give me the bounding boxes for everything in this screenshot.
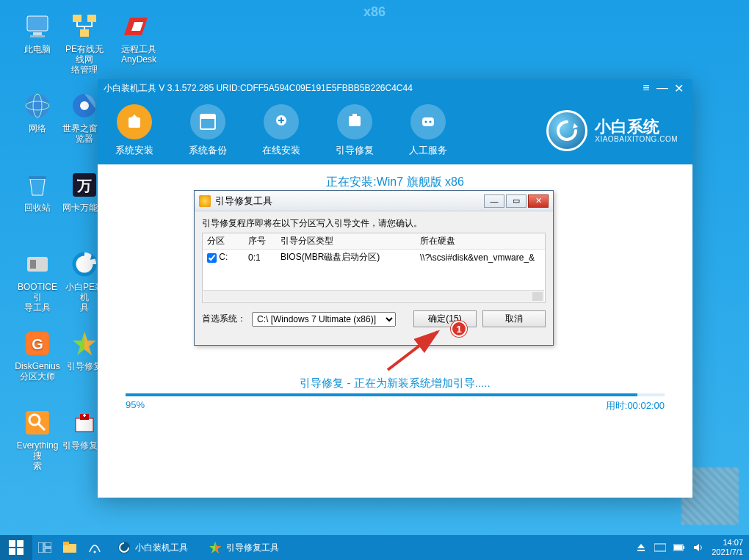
cancel-button[interactable]: 取消 [482, 310, 546, 327]
brand-logo-icon [546, 110, 587, 151]
system-tray[interactable]: 14:07 2021/7/1 [635, 538, 749, 557]
svg-rect-48 [38, 542, 43, 553]
progress-bar [126, 393, 665, 396]
pref-system-label: 首选系统： [202, 313, 246, 325]
brand-subtitle: XIAOBAIXITONG.COM [595, 135, 678, 143]
desktop-icon-bin[interactable]: 回收站 [15, 170, 60, 213]
desktop-icon-everything[interactable]: Everything搜索 [15, 408, 60, 471]
tab-2[interactable]: 在线安装 [252, 104, 311, 157]
svg-rect-62 [683, 546, 684, 549]
svg-rect-63 [674, 545, 682, 550]
svg-text:G: G [32, 336, 43, 352]
brand: 小白系统 XIAOBAIXITONG.COM [546, 110, 678, 151]
tray-keyboard-icon[interactable] [654, 542, 666, 553]
tab-1[interactable]: 系统备份 [178, 104, 237, 157]
tray-eject-icon[interactable] [635, 542, 647, 553]
boot-repair-dialog: 引导修复工具 — ▭ ✕ 引导修复程序即将在以下分区写入引导文件，请您确认。 分… [194, 190, 554, 346]
start-button[interactable] [0, 535, 32, 560]
wan-icon: 万 [70, 170, 99, 200]
task-view-button[interactable] [32, 535, 57, 560]
svg-rect-38 [422, 117, 434, 126]
pc-icon [23, 12, 52, 41]
bootfix-icon [70, 329, 99, 358]
tab-icon [337, 104, 372, 139]
dialog-minimize-button[interactable]: — [484, 194, 504, 208]
svg-rect-36 [349, 116, 361, 126]
tab-0[interactable]: 系统安装 [105, 104, 164, 157]
horizontal-scrollbar[interactable] [203, 290, 544, 302]
dg-icon: G [23, 329, 52, 358]
task-icon [209, 541, 222, 554]
col-type[interactable]: 引导分区类型 [276, 233, 416, 250]
svg-rect-5 [80, 29, 89, 37]
partition-table[interactable]: 分区 序号 引导分区类型 所在硬盘 C: 0:1 BIOS(MBR磁盘启动分区)… [202, 233, 546, 303]
desktop-icon-label: 回收站 [15, 203, 60, 213]
status-label: 引导修复 - 正在为新装系统增加引导..... [98, 377, 692, 390]
tab-icon [117, 104, 152, 139]
dialog-close-button[interactable]: ✕ [528, 194, 549, 208]
svg-rect-2 [30, 35, 45, 37]
table-row[interactable]: C: 0:1 BIOS(MBR磁盘启动分区) \\?\scsi#disk&ven… [203, 250, 545, 266]
ok-button[interactable]: 确定(15) [413, 310, 477, 327]
bootfix2-icon [70, 408, 99, 437]
close-button[interactable]: ✕ [670, 80, 687, 96]
col-disk[interactable]: 所在硬盘 [416, 233, 545, 250]
progress: 95% 用时:00:02:00 [126, 393, 665, 412]
svg-point-53 [94, 551, 96, 553]
svg-rect-52 [63, 542, 69, 545]
svg-marker-23 [84, 332, 96, 355]
dialog-icon [199, 195, 211, 207]
menu-button[interactable]: ≡ [638, 80, 654, 96]
svg-rect-59 [654, 544, 666, 551]
svg-text:万: 万 [76, 178, 92, 194]
desktop-icon-anydesk[interactable]: 远程工具AnyDesk [116, 12, 162, 65]
tab-3[interactable]: 引导修复 [325, 104, 384, 157]
dialog-titlebar[interactable]: 引导修复工具 — ▭ ✕ [195, 191, 553, 211]
file-explorer-button[interactable] [57, 535, 82, 560]
titlebar[interactable]: 小白装机工具 V 3.1.572.285 URID:CDFF5A594C09E1… [98, 79, 692, 97]
window-title: 小白装机工具 V 3.1.572.285 URID:CDFF5A594C09E1… [104, 82, 638, 95]
row-checkbox[interactable] [207, 253, 217, 263]
desktop-icon-label: DiskGenius分区大师 [15, 361, 60, 382]
svg-rect-49 [45, 542, 51, 547]
tray-clock[interactable]: 14:07 2021/7/1 [712, 538, 743, 557]
svg-rect-29 [129, 117, 140, 128]
arch-watermark: x86 [363, 4, 386, 20]
col-partition[interactable]: 分区 [203, 233, 244, 250]
tray-volume-icon[interactable] [692, 542, 704, 553]
desktop-icon-net[interactable]: PE有线无线网络管理 [62, 12, 107, 75]
tab-icon [190, 104, 225, 139]
minimize-button[interactable]: — [654, 80, 670, 96]
dialog-title: 引导修复工具 [215, 194, 272, 208]
everything-icon [23, 408, 52, 437]
svg-marker-41 [573, 123, 578, 128]
desktop-icon-dg[interactable]: GDiskGenius分区大师 [15, 329, 60, 382]
tab-4[interactable]: 人工服务 [399, 104, 457, 157]
dialog-maximize-button[interactable]: ▭ [506, 194, 527, 208]
desktop-icon-bootice[interactable]: BOOTICE引导工具 [15, 250, 60, 313]
tab-label: 在线安装 [252, 144, 311, 157]
taskbar-task-installer[interactable]: 小白装机工具 [109, 537, 197, 559]
tab-icon [264, 104, 299, 139]
toolbar: 系统安装系统备份在线安装引导修复人工服务 小白系统 XIAOBAIXITONG.… [98, 97, 692, 164]
svg-marker-64 [694, 544, 699, 551]
svg-marker-30 [131, 114, 137, 117]
svg-rect-27 [76, 418, 93, 432]
svg-point-40 [430, 121, 432, 123]
tab-icon [410, 104, 446, 139]
installing-label: 正在安装:Win7 旗舰版 x86 [98, 175, 692, 190]
svg-rect-44 [9, 540, 15, 547]
xbpe-icon [70, 250, 99, 279]
tray-battery-icon[interactable] [673, 542, 685, 553]
svg-rect-58 [637, 550, 645, 551]
desktop-icon-pc[interactable]: 此电脑 [15, 12, 60, 54]
tab-label: 系统安装 [105, 144, 164, 157]
network-quicklaunch-icon[interactable] [82, 535, 107, 560]
svg-point-12 [80, 101, 89, 110]
taskbar-task-bootrepair[interactable]: 引导修复工具 [200, 537, 288, 559]
pref-system-select[interactable]: C:\ [Windows 7 Ultimate (x86)] [252, 312, 396, 327]
globe-icon [23, 91, 52, 120]
desktop-icon-globe[interactable]: 网络 [15, 91, 60, 134]
col-seq[interactable]: 序号 [244, 233, 276, 250]
taskbar[interactable]: 小白装机工具 引导修复工具 14:07 2021/7/1 [0, 535, 749, 560]
